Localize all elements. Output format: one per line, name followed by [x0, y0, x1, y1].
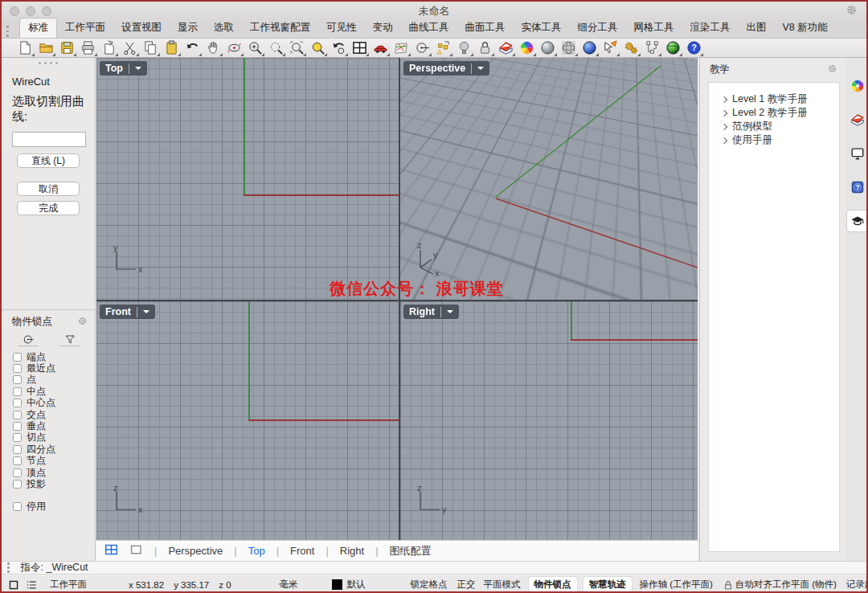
toolbar-open-folder-icon[interactable] [37, 39, 55, 56]
osnap-gear-icon[interactable] [77, 316, 88, 329]
viewport-right-label[interactable]: Right [403, 305, 459, 319]
toolbar-cplane-map-icon[interactable] [392, 39, 411, 56]
status-auto-cplane-button[interactable]: 自动对齐工作平面 (物件) [735, 579, 837, 591]
toolbar-color-wheel-icon[interactable] [518, 39, 536, 56]
status-record-history-button[interactable]: 记录建构历 [846, 579, 866, 591]
tutorial-tree-item[interactable]: 范例模型 [722, 120, 839, 133]
toolbar-print-icon[interactable] [79, 39, 97, 56]
side-strip-layers-wedge-icon[interactable] [847, 109, 868, 130]
toolbar-history-tree-icon[interactable] [643, 39, 661, 56]
toolbar-save-icon[interactable] [58, 39, 76, 56]
command-bar[interactable]: 指令: _WireCut [2, 561, 866, 575]
toolbar-shaded-sphere-icon[interactable] [538, 39, 557, 56]
checkbox-icon[interactable] [13, 375, 22, 384]
toolbar-named-view-car-icon[interactable] [371, 39, 390, 56]
toolbar-paste-icon[interactable] [162, 39, 181, 56]
viewport-top[interactable]: Top yx [96, 58, 399, 300]
checkbox-icon[interactable] [13, 353, 22, 362]
osnap-checkbox-中心点[interactable]: 中心点 [13, 398, 95, 409]
menu-item-工作视窗配置[interactable]: 工作视窗配置 [242, 18, 318, 38]
viewport-tab-图纸配置[interactable]: 图纸配置 [390, 544, 432, 558]
checkbox-icon[interactable] [13, 387, 22, 396]
toolbar-points-icon[interactable] [434, 39, 452, 56]
status-toggle-正交[interactable]: 正交 [457, 579, 476, 591]
menu-item-曲面工具[interactable]: 曲面工具 [457, 18, 514, 38]
status-layer-button[interactable]: 默认 [347, 579, 366, 591]
panel-drag-handle[interactable] [2, 58, 95, 64]
checkbox-icon[interactable] [13, 422, 22, 431]
status-cplane-button[interactable]: 工作平面 [50, 579, 87, 591]
side-strip-help-panel-icon[interactable]: ? [847, 177, 868, 198]
menu-item-出图[interactable]: 出图 [739, 18, 775, 38]
toolbar-zoom-icon[interactable] [246, 39, 264, 56]
menu-item-细分工具[interactable]: 细分工具 [570, 18, 626, 38]
toolbar-undo-view-icon[interactable] [330, 39, 348, 56]
wirecut-button-done[interactable]: 完成 [17, 201, 80, 215]
toolbar-undo-icon[interactable] [183, 39, 202, 56]
toolbar-lock-icon[interactable] [476, 39, 494, 56]
status-toggle-平面模式[interactable]: 平面模式 [484, 579, 521, 591]
osnap-checkbox-四分点[interactable]: 四分点 [13, 444, 95, 455]
viewport-front[interactable]: Front zx [96, 301, 399, 540]
osnap-checkbox-最近点[interactable]: 最近点 [13, 362, 95, 374]
tutorial-tree-item[interactable]: Level 2 教学手册 [722, 106, 839, 120]
chevron-right-icon[interactable] [721, 137, 727, 143]
checkbox-icon[interactable] [13, 364, 22, 373]
viewport-front-label[interactable]: Front [100, 305, 155, 319]
viewport-tab-Front[interactable]: Front [290, 545, 314, 557]
side-strip-tutorial-cap-icon[interactable] [847, 211, 868, 231]
toolbar-zoom-window-icon[interactable] [267, 39, 285, 56]
toolbar-paint-cursor-icon[interactable] [601, 39, 620, 56]
toolbar-cut-scissors-icon[interactable] [121, 39, 139, 56]
toolbar-layers-wedge-icon[interactable] [497, 39, 515, 56]
viewport-tab-Right[interactable]: Right [340, 545, 364, 557]
toolbar-wireframe-sphere-icon[interactable] [559, 39, 578, 56]
toolbar-lamp-icon[interactable] [455, 39, 473, 56]
checkbox-icon[interactable] [13, 468, 22, 477]
menu-item-曲线工具[interactable]: 曲线工具 [401, 18, 457, 38]
menu-item-渲染工具[interactable]: 渲染工具 [682, 18, 739, 38]
wirecut-button-line[interactable]: 直线 (L) [17, 153, 80, 168]
status-toggle-锁定格点[interactable]: 锁定格点 [411, 579, 448, 591]
status-toggle-智慧轨迹[interactable]: 智慧轨迹 [583, 577, 632, 592]
command-drag-handle[interactable] [7, 562, 10, 573]
toolbar-osnap-circle-icon[interactable] [413, 39, 432, 56]
osnap-checkbox-点[interactable]: 点 [13, 374, 95, 386]
status-lock-icon[interactable] [723, 579, 734, 591]
viewport-tab-Perspective[interactable]: Perspective [168, 545, 223, 557]
osnap-checkbox-交点[interactable]: 交点 [13, 409, 95, 420]
toolbar-new-file-icon[interactable] [16, 39, 35, 56]
viewport-tab-Top[interactable]: Top [248, 545, 265, 557]
status-toggle-操作轴 (工作平面)[interactable]: 操作轴 (工作平面) [640, 579, 713, 591]
status-toggle-物件锁点[interactable]: 物件锁点 [529, 577, 577, 592]
checkbox-icon[interactable] [13, 445, 22, 454]
menu-item-设置视图[interactable]: 设置视图 [113, 18, 170, 38]
tutorial-tree-item[interactable]: 使用手册 [722, 133, 839, 147]
osnap-checkbox-disable[interactable]: 停用 [13, 501, 95, 513]
viewport-perspective-label[interactable]: Perspective [403, 61, 489, 76]
toolbar-help-icon[interactable]: ? [685, 39, 703, 56]
menu-item-工作平面[interactable]: 工作平面 [57, 18, 113, 38]
four-viewport-layout-button[interactable] [104, 543, 118, 559]
checkbox-icon[interactable] [13, 456, 22, 465]
single-viewport-layout-button[interactable] [129, 543, 143, 559]
wirecut-button-cancel[interactable]: 取消 [17, 182, 80, 196]
menu-item-网格工具[interactable]: 网格工具 [626, 18, 682, 38]
menubar-gear-icon[interactable] [845, 4, 858, 17]
checkbox-icon[interactable] [13, 502, 22, 511]
osnap-tab-osnap-magnet-icon[interactable] [18, 333, 39, 346]
checkbox-icon[interactable] [13, 433, 22, 442]
layer-list-status-icon[interactable] [26, 579, 37, 591]
osnap-checkbox-顶点[interactable]: 顶点 [13, 467, 95, 478]
osnap-checkbox-节点[interactable]: 节点 [13, 456, 95, 467]
menu-item-实体工具[interactable]: 实体工具 [514, 18, 570, 38]
toolbar-viewport-layout-icon[interactable] [350, 39, 369, 56]
viewport-layout-status-icon[interactable] [8, 579, 19, 591]
toolbar-import-file-icon[interactable] [100, 39, 118, 56]
chevron-right-icon[interactable] [721, 109, 727, 116]
toolbar-copy-icon[interactable] [141, 39, 160, 56]
toolbar-gears-icon[interactable] [622, 39, 641, 56]
checkbox-icon[interactable] [13, 480, 22, 489]
menu-item-可见性[interactable]: 可见性 [318, 18, 365, 38]
viewport-top-label[interactable]: Top [100, 61, 147, 76]
